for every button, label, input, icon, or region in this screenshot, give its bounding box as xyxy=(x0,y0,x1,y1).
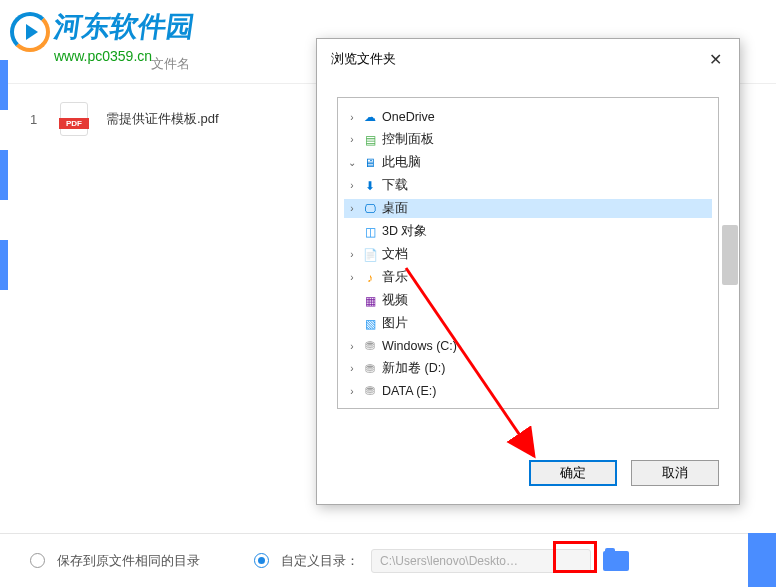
tree-item-label: 3D 对象 xyxy=(382,223,427,240)
tree-item-label: 此电脑 xyxy=(382,154,421,171)
dialog-body: ›☁OneDrive›▤控制面板⌄🖥此电脑›⬇下载›🖵桌面◫3D 对象›📄文档›… xyxy=(317,79,739,448)
expander-icon[interactable]: › xyxy=(346,340,358,352)
tree-item--[interactable]: ▦视频 xyxy=(344,291,712,310)
cancel-button[interactable]: 取消 xyxy=(631,460,719,486)
tree-item-windows-c-[interactable]: ›⛃Windows (C:) xyxy=(344,337,712,355)
tree-item-label: 控制面板 xyxy=(382,131,434,148)
tree-item--[interactable]: ›📄文档 xyxy=(344,245,712,264)
pdf-icon: PDF xyxy=(60,102,88,136)
pc-icon: 🖥 xyxy=(362,155,378,171)
desktop-icon: 🖵 xyxy=(362,201,378,217)
dialog-footer: 确定 取消 xyxy=(317,448,739,504)
file-name: 需提供证件模板.pdf xyxy=(106,110,219,128)
doc-icon: 📄 xyxy=(362,247,378,263)
tree-item-label: DATA (E:) xyxy=(382,384,436,398)
close-icon[interactable]: ✕ xyxy=(705,49,725,69)
drive-icon: ⛃ xyxy=(362,361,378,377)
label-save-same-dir: 保存到原文件相同的目录 xyxy=(57,552,200,570)
ok-button[interactable]: 确定 xyxy=(529,460,617,486)
tree-item--[interactable]: ⌄🖥此电脑 xyxy=(344,153,712,172)
watermark-logo-icon xyxy=(10,12,50,52)
tree-item-label: OneDrive xyxy=(382,110,435,124)
tree-item-label: 桌面 xyxy=(382,200,408,217)
expander-icon[interactable]: ⌄ xyxy=(346,157,358,169)
tree-item--[interactable]: ›🖵桌面 xyxy=(344,199,712,218)
tree-item--[interactable]: ▧图片 xyxy=(344,314,712,333)
expander-icon[interactable]: › xyxy=(346,180,358,192)
tree-item--[interactable]: ›♪音乐 xyxy=(344,268,712,287)
tree-item-data-e-[interactable]: ›⛃DATA (E:) xyxy=(344,382,712,400)
watermark-title: 河东软件园 xyxy=(52,8,197,46)
tree-item-label: 文档 xyxy=(382,246,408,263)
action-button[interactable] xyxy=(748,533,776,587)
expander-icon[interactable]: › xyxy=(346,272,358,284)
expander-icon[interactable]: › xyxy=(346,385,358,397)
expander-icon[interactable]: › xyxy=(346,134,358,146)
dialog-titlebar: 浏览文件夹 ✕ xyxy=(317,39,739,79)
main-window: 河东软件园 www.pc0359.cn 文件名 状 1 PDF 需提供证件模板.… xyxy=(0,0,776,587)
side-chip xyxy=(0,150,8,200)
browse-folder-dialog: 浏览文件夹 ✕ ›☁OneDrive›▤控制面板⌄🖥此电脑›⬇下载›🖵桌面◫3D… xyxy=(316,38,740,505)
radio-save-same-dir[interactable] xyxy=(30,553,45,568)
music-icon: ♪ xyxy=(362,270,378,286)
path-input[interactable]: C:\Users\lenovo\Deskto… xyxy=(371,549,591,573)
download-icon: ⬇ xyxy=(362,178,378,194)
tree-item-label: 新加卷 (D:) xyxy=(382,360,445,377)
watermark: 河东软件园 www.pc0359.cn xyxy=(10,8,194,64)
cloud-icon: ☁ xyxy=(362,109,378,125)
tree-item-3d-[interactable]: ◫3D 对象 xyxy=(344,222,712,241)
tree-item--[interactable]: ›⬇下载 xyxy=(344,176,712,195)
tree-item-label: 音乐 xyxy=(382,269,408,286)
radio-custom-dir[interactable] xyxy=(254,553,269,568)
expander-icon[interactable]: › xyxy=(346,363,358,375)
tree-item-label: 图片 xyxy=(382,315,408,332)
tree-item-label: Windows (C:) xyxy=(382,339,457,353)
pdf-badge: PDF xyxy=(59,118,89,129)
expander-icon[interactable]: › xyxy=(346,111,358,123)
dialog-title: 浏览文件夹 xyxy=(331,50,396,68)
panel-icon: ▤ xyxy=(362,132,378,148)
expander-icon[interactable]: › xyxy=(346,203,358,215)
video-icon: ▦ xyxy=(362,293,378,309)
watermark-url: www.pc0359.cn xyxy=(54,48,194,64)
3d-icon: ◫ xyxy=(362,224,378,240)
drive-icon: ⛃ xyxy=(362,338,378,354)
label-custom-dir: 自定义目录： xyxy=(281,552,359,570)
tree-item-label: 下载 xyxy=(382,177,408,194)
pic-icon: ▧ xyxy=(362,316,378,332)
side-chip xyxy=(0,240,8,290)
side-chip xyxy=(0,60,8,110)
tree-item-onedrive[interactable]: ›☁OneDrive xyxy=(344,108,712,126)
browse-folder-button[interactable] xyxy=(603,551,629,571)
drive-icon: ⛃ xyxy=(362,383,378,399)
expander-icon[interactable]: › xyxy=(346,249,358,261)
side-accent xyxy=(0,0,8,587)
file-index: 1 xyxy=(30,112,42,127)
bottom-bar: 保存到原文件相同的目录 自定义目录： C:\Users\lenovo\Deskt… xyxy=(0,533,776,587)
tree-item-label: 视频 xyxy=(382,292,408,309)
tree-item--[interactable]: ›▤控制面板 xyxy=(344,130,712,149)
folder-tree[interactable]: ›☁OneDrive›▤控制面板⌄🖥此电脑›⬇下载›🖵桌面◫3D 对象›📄文档›… xyxy=(337,97,719,409)
tree-item--d-[interactable]: ›⛃新加卷 (D:) xyxy=(344,359,712,378)
